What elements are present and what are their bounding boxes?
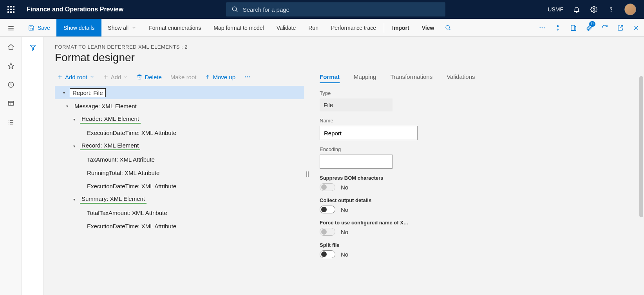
- tree-node[interactable]: ▾ Header: XML Element: [55, 113, 304, 126]
- tab-format[interactable]: Format: [320, 73, 340, 83]
- breadcrumb: FORMAT TO LEARN DEFERRED XML ELEMENTS : …: [55, 37, 644, 50]
- svg-point-7: [446, 25, 449, 29]
- import-label: Import: [392, 25, 409, 31]
- tree-node[interactable]: RunningTotal: XML Attribute: [55, 166, 304, 179]
- chevron-down-icon: [90, 75, 94, 79]
- tab-transformations[interactable]: Transformations: [390, 73, 432, 83]
- properties-tabs: Format Mapping Transformations Validatio…: [320, 73, 644, 83]
- svg-point-11: [544, 27, 545, 28]
- delete-label: Delete: [145, 74, 161, 80]
- tree-node[interactable]: ExecutionDateTime: XML Attribute: [55, 179, 304, 193]
- show-details-button[interactable]: Show details: [56, 19, 101, 36]
- show-all-button[interactable]: Show all: [101, 19, 143, 36]
- tree-label: TaxAmount: XML Attribute: [85, 156, 156, 163]
- tree-node[interactable]: ▾ Summary: XML Element: [55, 193, 304, 206]
- help-icon[interactable]: [607, 5, 615, 13]
- tree-toolbar: Add root Add Delete: [55, 73, 304, 86]
- validate-button[interactable]: Validate: [270, 19, 302, 36]
- svg-point-2: [593, 9, 595, 11]
- popout-icon[interactable]: [613, 19, 628, 36]
- tree-node[interactable]: TaxAmount: XML Attribute: [55, 153, 304, 166]
- collect-toggle[interactable]: [320, 206, 335, 213]
- attach-icon[interactable]: 0: [581, 19, 597, 36]
- search-icon: [232, 5, 239, 13]
- recent-icon[interactable]: [7, 81, 15, 89]
- close-icon[interactable]: [628, 19, 644, 36]
- import-button[interactable]: Import: [386, 19, 416, 36]
- split-file-value: No: [341, 251, 348, 258]
- page-title: Format designer: [55, 50, 644, 70]
- tree-node-root[interactable]: ▾ Report: File: [55, 86, 304, 99]
- encoding-label: Encoding: [320, 146, 644, 152]
- tree-label: RunningTotal: XML Attribute: [85, 169, 161, 176]
- svg-point-33: [247, 76, 248, 78]
- add-root-label: Add root: [65, 74, 87, 80]
- force-name-label: Force to use configured name of X…: [320, 220, 644, 226]
- workspace-icon[interactable]: [7, 100, 15, 107]
- splitter-handle[interactable]: [306, 171, 309, 177]
- attach-badge: 0: [589, 21, 595, 27]
- tab-mapping[interactable]: Mapping: [354, 73, 376, 83]
- hamburger-icon[interactable]: [6, 24, 16, 33]
- tree-node[interactable]: ▾ Record: XML Element: [55, 139, 304, 153]
- search-input[interactable]: [243, 6, 440, 13]
- tree-node[interactable]: TotalTaxAmount: XML Attribute: [55, 206, 304, 219]
- scrollbar[interactable]: [639, 76, 643, 217]
- avatar[interactable]: [624, 4, 636, 15]
- caret-icon[interactable]: ▾: [71, 197, 77, 202]
- star-icon[interactable]: [7, 62, 15, 70]
- find-icon[interactable]: [440, 19, 456, 36]
- bell-icon[interactable]: [573, 5, 581, 13]
- view-button[interactable]: View: [416, 19, 441, 36]
- split-file-label: Split file: [320, 242, 644, 248]
- encoding-input[interactable]: [320, 155, 393, 169]
- delete-button[interactable]: Delete: [137, 74, 161, 80]
- company-selector[interactable]: USMF: [548, 6, 563, 13]
- run-button[interactable]: Run: [302, 19, 325, 36]
- name-input[interactable]: [320, 126, 418, 140]
- left-nav-rail: [0, 37, 22, 295]
- tree-node[interactable]: ExecutionDateTime: XML Attribute: [55, 219, 304, 233]
- svg-point-3: [611, 11, 611, 11]
- tree-node[interactable]: ▾ Message: XML Element: [55, 99, 304, 113]
- save-button[interactable]: Save: [22, 19, 56, 36]
- link-icon[interactable]: [550, 19, 566, 36]
- tree-more-icon[interactable]: [244, 73, 251, 80]
- format-tree: ▾ Report: File ▾ Message: XML Element ▾ …: [55, 86, 304, 233]
- modules-icon[interactable]: [7, 118, 15, 126]
- performance-trace-button[interactable]: Performance trace: [325, 19, 382, 36]
- tree-label: ExecutionDateTime: XML Attribute: [85, 183, 178, 189]
- tab-validations[interactable]: Validations: [447, 73, 475, 83]
- suppress-bom-toggle: [320, 183, 335, 191]
- name-label: Name: [320, 118, 644, 124]
- svg-point-0: [232, 7, 237, 11]
- type-label: Type: [320, 90, 644, 96]
- home-icon[interactable]: [7, 43, 15, 51]
- show-all-label: Show all: [108, 25, 128, 31]
- svg-point-10: [542, 27, 543, 28]
- perf-trace-label: Performance trace: [331, 25, 376, 31]
- caret-icon[interactable]: ▾: [61, 90, 67, 95]
- caret-icon[interactable]: ▾: [71, 117, 77, 122]
- move-up-button[interactable]: Move up: [205, 74, 235, 80]
- map-format-button[interactable]: Map format to model: [207, 19, 270, 36]
- format-enumerations-button[interactable]: Format enumerations: [143, 19, 207, 36]
- format-enum-label: Format enumerations: [149, 25, 201, 31]
- suppress-bom-label: Suppress BOM characters: [320, 175, 644, 181]
- tree-node[interactable]: ExecutionDateTime: XML Attribute: [55, 126, 304, 139]
- caret-icon[interactable]: ▾: [64, 103, 70, 109]
- validate-label: Validate: [277, 25, 296, 31]
- global-search[interactable]: [226, 2, 445, 16]
- filter-icon[interactable]: [29, 44, 36, 51]
- properties-panel: Format Mapping Transformations Validatio…: [312, 73, 644, 264]
- gear-icon[interactable]: [590, 5, 598, 13]
- refresh-icon[interactable]: [597, 19, 613, 36]
- office-icon[interactable]: [566, 19, 581, 36]
- more-icon[interactable]: [534, 19, 550, 36]
- split-file-toggle[interactable]: [320, 250, 335, 258]
- caret-icon[interactable]: ▾: [71, 143, 77, 149]
- add-root-button[interactable]: Add root: [57, 74, 94, 80]
- type-value: File: [320, 98, 393, 111]
- app-launcher-icon[interactable]: [5, 3, 17, 16]
- action-toolbar: Save Show details Show all Format enumer…: [0, 19, 644, 37]
